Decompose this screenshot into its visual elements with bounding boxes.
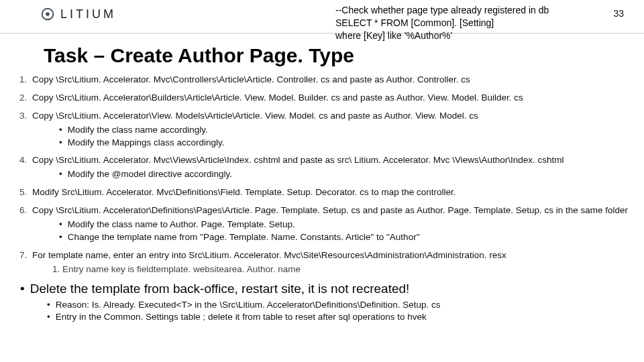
top-note-line-1: --Check whether page type already regist… <box>335 4 549 17</box>
list-item: Copy \Src\Litium. Accelerator\Definition… <box>30 204 644 244</box>
sub-item: Modify the class name to Author. Page. T… <box>59 219 644 231</box>
page-title: Task – Create Author Page. Type <box>44 44 644 67</box>
sub-item: Modify the @model directive accordingly. <box>59 168 644 181</box>
top-note: --Check whether page type already regist… <box>335 4 549 42</box>
litium-logo-icon <box>40 7 55 21</box>
list-item: Copy \Src\Litium. Accelerator. Mvc\Views… <box>30 154 644 181</box>
top-note-line-3: where [Key] like '%Author%' <box>335 29 549 42</box>
sub-item: Modify the class name accordingly. <box>59 124 644 137</box>
final-sub-item: Reason: Is. Already. Executed<T> in the … <box>47 299 644 312</box>
inner-item: Entry name key is fieldtemplate. website… <box>62 263 644 276</box>
task-list: Copy \Src\Litium. Accelerator. Mvc\Contr… <box>3 74 644 276</box>
list-item: Copy \Src\Litium. Accelerator. Mvc\Contr… <box>30 74 644 86</box>
page-number: 33 <box>613 8 624 19</box>
final-sub-item: Entry in the Common. Settings table ; de… <box>47 311 644 324</box>
list-item: Copy \Src\Litium. Accelerator\View. Mode… <box>30 110 644 149</box>
logo-text: LITIUM <box>60 7 116 21</box>
list-item: Modify Src\Litium. Accelerator. Mvc\Defi… <box>30 186 644 199</box>
list-item: Copy \Src\Litium. Accelerator\Builders\A… <box>30 92 644 105</box>
svg-point-1 <box>46 12 50 16</box>
sub-item: Modify the Mappings class accordingly. <box>59 137 644 149</box>
top-note-line-2: SELECT * FROM [Common]. [Setting] <box>335 17 549 29</box>
final-warning: •Delete the template from back-office, r… <box>20 282 644 296</box>
list-item: For template name, enter an entry into S… <box>30 249 644 276</box>
final-sub-list: Reason: Is. Already. Executed<T> in the … <box>47 299 644 324</box>
sub-item: Change the template name from "Page. Tem… <box>59 231 644 244</box>
